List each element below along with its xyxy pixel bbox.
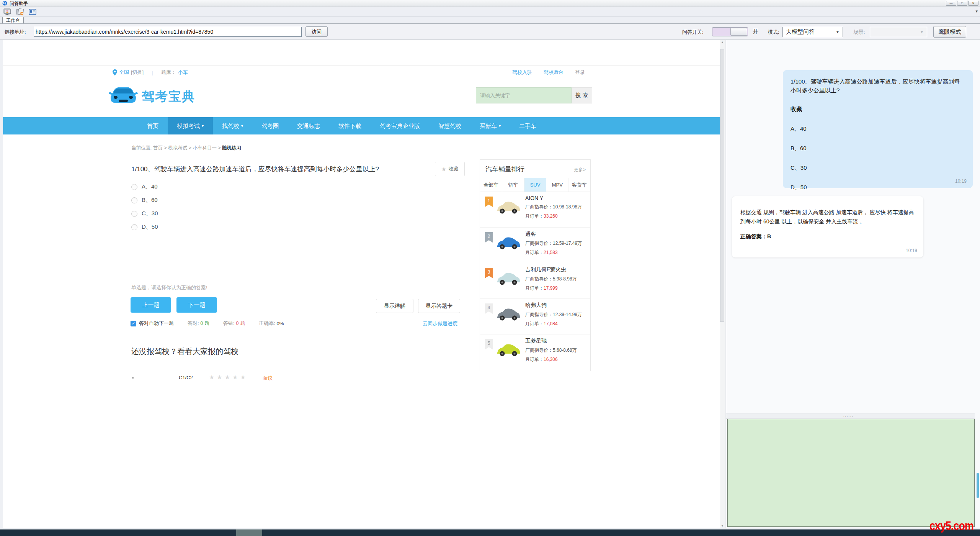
bank-link[interactable]: 小车 (178, 69, 188, 76)
addressbar: 链接地址: 访问 问答开关: 开 模式: 大模型问答 ▼ 场景: ▼ 鹰眼模式 (0, 24, 980, 40)
site-logo-icon[interactable] (109, 84, 138, 106)
question-title: 1/100、驾驶车辆进入高速公路加速车道后，应尽快将车速提高到每小时多少公里以上… (131, 165, 379, 174)
chat-option: C、30 (791, 163, 965, 172)
sales-item[interactable]: 1 AION Y 厂商指导价：10.98-18.98万 月订单：33,260 (480, 192, 590, 228)
orders-label: 月订单： (525, 213, 544, 219)
qa-toggle-knob[interactable] (730, 28, 747, 36)
chat-input-area[interactable] (727, 419, 975, 527)
close-button[interactable]: ✕ (968, 1, 978, 6)
search-input[interactable] (476, 87, 572, 103)
sales-tab-sedan[interactable]: 轿车 (502, 178, 524, 192)
nav-traffic-signs[interactable]: 交通标志 (288, 117, 329, 134)
login-link[interactable]: 登录 (575, 69, 585, 76)
school-section-heading: 还没报驾校？看看大家报的驾校 (131, 346, 238, 357)
next-question-button[interactable]: 下一题 (176, 297, 217, 313)
drag-handle-icon[interactable]: :::::: (843, 414, 854, 418)
site-logo-text[interactable]: 驾考宝典 (142, 88, 195, 105)
nav-enterprise[interactable]: 驾考宝典企业版 (371, 117, 429, 134)
show-answer-card-button[interactable]: 显示答题卡 (418, 299, 460, 313)
orders-label: 月订单： (525, 321, 544, 326)
option-c[interactable]: C、30 (131, 210, 158, 217)
mode-select[interactable]: 大模型问答 ▼ (782, 27, 843, 37)
sales-tab-suv[interactable]: SUV (524, 178, 547, 192)
radio-icon[interactable] (131, 224, 137, 230)
car-name[interactable]: 哈弗大狗 (525, 302, 582, 309)
sales-title: 汽车销量排行 (485, 165, 524, 174)
sales-item[interactable]: 2 逍客 厂商指导价：12.59-17.49万 月订单：21,583 (480, 228, 590, 263)
nav-find-school[interactable]: 找驾校▾ (213, 117, 252, 134)
option-b[interactable]: B、60 (131, 197, 158, 204)
nav-buy-car[interactable]: 买新车▾ (470, 117, 510, 134)
toolbar-overflow-caret[interactable]: ▾ (975, 9, 978, 14)
option-d[interactable]: D、50 (131, 223, 158, 231)
cloud-sync-link[interactable]: 云同步做题进度 (423, 320, 457, 327)
chat-option: A、40 (791, 124, 965, 133)
tab-workbench[interactable]: 工作台 (2, 17, 24, 23)
url-input[interactable] (34, 27, 302, 37)
divider (3, 65, 720, 66)
scroll-up-icon[interactable]: ▲ (720, 41, 725, 43)
car-orders: 17,999 (544, 285, 558, 291)
tabbar: 工作台 (0, 17, 980, 24)
browser-scroll-thumb[interactable] (720, 49, 724, 322)
nav-mock-exam[interactable]: 模拟考试▾ (168, 117, 213, 134)
toolbar: ▾ (0, 7, 980, 17)
auto-next-checkbox[interactable]: ✓ (131, 321, 136, 326)
car-name[interactable]: 逍客 (525, 231, 582, 238)
id-card-icon[interactable] (27, 7, 38, 16)
nav-used-car[interactable]: 二手车 (510, 117, 546, 134)
chat-question-text: 1/100、驾驶车辆进入高速公路加速车道后，应尽快将车速提高到每小时多少公里以上… (791, 77, 965, 95)
nav-smart-school[interactable]: 智慧驾校 (429, 117, 470, 134)
school-join-link[interactable]: 驾校入驻 (512, 69, 532, 76)
robot-workstation-icon[interactable] (2, 7, 13, 16)
chat-scroll-thumb[interactable] (977, 473, 979, 498)
sales-tab-truck[interactable]: 客货车 (568, 178, 590, 192)
browser-view: 全国 [切换] | 题库： 小车 驾校入驻 驾校后台 登录 驾考宝典 搜 索 首… (3, 40, 720, 528)
show-explanation-button[interactable]: 显示详解 (376, 299, 413, 313)
message-timestamp: 10:19 (955, 177, 967, 186)
auto-next-label: 答对自动下一题 (139, 320, 174, 327)
search-button[interactable]: 搜 索 (572, 87, 592, 103)
car-orders: 16,306 (544, 357, 558, 362)
minimize-button[interactable]: — (946, 1, 956, 6)
location-switch-link[interactable]: [切换] (131, 69, 144, 76)
photo-cards-icon[interactable] (15, 7, 25, 16)
car-orders: 21,583 (544, 250, 558, 255)
car-name[interactable]: 吉利几何E萤火虫 (525, 266, 577, 273)
radio-icon[interactable] (131, 184, 137, 190)
eagle-mode-button[interactable]: 鹰眼模式 (933, 26, 966, 38)
maximize-button[interactable]: □ (957, 1, 967, 6)
rate-value: 0% (276, 321, 284, 326)
sales-more-link[interactable]: 更多> (574, 167, 586, 173)
visit-button[interactable]: 访问 (305, 26, 328, 37)
sales-tab-all[interactable]: 全部车 (480, 178, 502, 192)
scroll-down-icon[interactable]: ▼ (720, 525, 725, 527)
radio-icon[interactable] (131, 197, 137, 203)
location-pin-icon (113, 69, 117, 75)
sales-item[interactable]: 4 哈弗大狗 厂商指导价：12.39-14.99万 月订单：17,084 (480, 299, 590, 334)
car-name[interactable]: 五菱星驰 (525, 338, 577, 344)
qa-toggle[interactable] (712, 27, 748, 36)
chat-input-splitter[interactable]: :::::: (726, 413, 975, 419)
prev-question-button[interactable]: 上一题 (131, 297, 171, 313)
orders-label: 月订单： (525, 357, 544, 362)
nav-circle[interactable]: 驾考圈 (252, 117, 288, 134)
sales-item[interactable]: 5 五菱星驰 厂商指导价：5.68-8.68万 月订单：16,306 (480, 334, 590, 370)
location-link[interactable]: 全国 (119, 69, 129, 76)
car-name[interactable]: AION Y (525, 195, 582, 201)
school-license: C1/C2 (179, 375, 193, 380)
sales-item[interactable]: 3 吉利几何E萤火虫 厂商指导价：5.98-8.98万 月订单：17,999 (480, 263, 590, 299)
radio-icon[interactable] (131, 211, 137, 217)
car-price: 5.68-8.68万 (553, 347, 577, 353)
rank-badge: 4 (485, 303, 493, 314)
option-a[interactable]: A、40 (131, 183, 158, 190)
nav-home[interactable]: 首页 (138, 117, 168, 134)
favorite-button[interactable]: ★ 收藏 (435, 162, 465, 176)
sales-tab-mpv[interactable]: MPV (546, 178, 568, 192)
school-row[interactable]: C1/C2 ★★★★★ 面议 (131, 372, 463, 384)
scene-label: 场景: (854, 29, 865, 36)
scene-select[interactable]: ▼ (870, 27, 927, 37)
school-admin-link[interactable]: 驾校后台 (544, 69, 564, 76)
chevron-down-icon: ▾ (202, 117, 204, 134)
nav-download[interactable]: 软件下载 (329, 117, 371, 134)
